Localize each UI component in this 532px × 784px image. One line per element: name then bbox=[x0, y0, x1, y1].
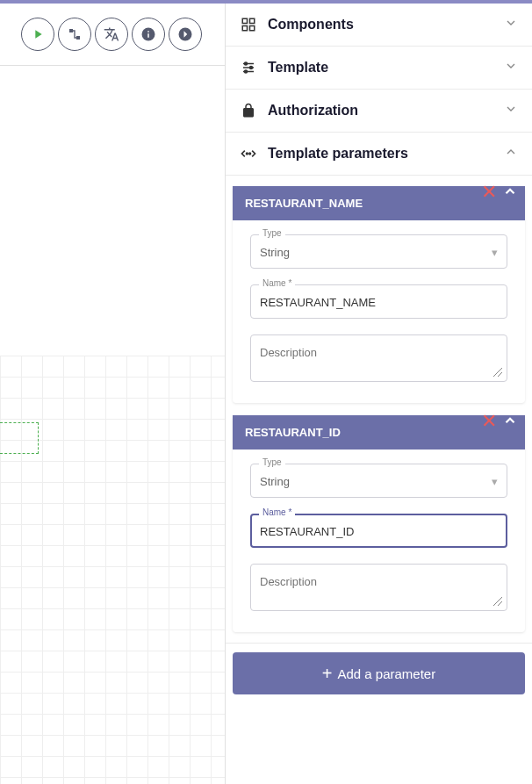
right-panel: Components Template Authorization bbox=[225, 4, 532, 784]
svg-rect-7 bbox=[250, 26, 255, 31]
type-select[interactable]: String ▾ bbox=[250, 464, 507, 498]
lock-icon bbox=[240, 102, 257, 119]
selection-outline bbox=[0, 422, 39, 454]
chevron-up-icon[interactable] bbox=[502, 413, 518, 431]
name-field: Name bbox=[250, 284, 507, 319]
field-label: Type bbox=[259, 228, 285, 238]
type-field: Type String ▾ bbox=[250, 234, 507, 269]
parameter-header-actions: ✕ bbox=[481, 412, 518, 431]
svg-rect-1 bbox=[76, 36, 80, 40]
parameter-card: RESTAURANT_NAME ✕ Type String ▾ bbox=[233, 186, 525, 403]
translate-button[interactable] bbox=[95, 18, 128, 51]
parameter-header-actions: ✕ bbox=[481, 183, 518, 202]
info-icon bbox=[140, 26, 156, 42]
svg-rect-5 bbox=[250, 18, 255, 23]
description-field bbox=[250, 334, 507, 385]
components-icon bbox=[240, 16, 257, 33]
code-params-icon bbox=[240, 145, 257, 162]
section-components[interactable]: Components bbox=[226, 4, 532, 47]
type-select[interactable]: String ▾ bbox=[250, 234, 507, 269]
section-label: Template parameters bbox=[268, 146, 493, 162]
run-button[interactable] bbox=[21, 18, 54, 51]
type-field: Type String ▾ bbox=[250, 464, 507, 498]
parameter-body: Type String ▾ Name bbox=[233, 220, 525, 403]
next-button[interactable] bbox=[169, 18, 202, 51]
structure-button[interactable] bbox=[58, 18, 91, 51]
description-input[interactable] bbox=[250, 334, 507, 382]
svg-point-13 bbox=[245, 70, 248, 73]
template-parameters-content: RESTAURANT_NAME ✕ Type String ▾ bbox=[226, 176, 532, 644]
arrow-right-circle-icon bbox=[177, 26, 193, 42]
type-value: String bbox=[260, 475, 290, 488]
chevron-down-icon bbox=[504, 102, 518, 119]
field-label: Type bbox=[259, 457, 285, 467]
svg-rect-0 bbox=[69, 29, 73, 32]
left-panel bbox=[0, 4, 225, 784]
section-label: Template bbox=[268, 60, 493, 76]
svg-rect-4 bbox=[242, 18, 247, 23]
main-container: Components Template Authorization bbox=[0, 4, 532, 784]
section-template-parameters[interactable]: Template parameters bbox=[226, 133, 532, 176]
add-parameter-button[interactable]: + Add a parameter bbox=[233, 652, 525, 694]
canvas-area[interactable] bbox=[0, 65, 225, 784]
parameter-card: RESTAURANT_ID ✕ Type String ▾ bbox=[233, 415, 525, 632]
add-button-container: + Add a parameter bbox=[226, 644, 532, 707]
chevron-up-icon[interactable] bbox=[502, 183, 518, 202]
name-input[interactable] bbox=[250, 514, 507, 548]
section-template[interactable]: Template bbox=[226, 47, 532, 90]
section-authorization[interactable]: Authorization bbox=[226, 90, 532, 133]
name-input[interactable] bbox=[250, 284, 507, 319]
type-value: String bbox=[260, 246, 290, 259]
field-label: Name bbox=[259, 507, 295, 517]
add-button-label: Add a parameter bbox=[337, 666, 435, 681]
description-input[interactable] bbox=[250, 564, 507, 611]
svg-point-15 bbox=[249, 153, 251, 155]
svg-point-14 bbox=[247, 153, 248, 155]
chevron-up-icon bbox=[504, 145, 518, 162]
translate-icon bbox=[104, 26, 119, 42]
section-label: Authorization bbox=[268, 103, 493, 119]
parameter-header[interactable]: RESTAURANT_NAME ✕ bbox=[233, 186, 525, 220]
description-field bbox=[250, 564, 507, 615]
name-field: Name bbox=[250, 514, 507, 548]
play-icon bbox=[31, 27, 45, 41]
field-label: Name bbox=[259, 278, 295, 288]
svg-rect-6 bbox=[242, 26, 247, 31]
caret-down-icon: ▾ bbox=[492, 246, 498, 259]
parameter-body: Type String ▾ Name bbox=[233, 450, 525, 632]
section-label: Components bbox=[268, 17, 493, 32]
svg-point-11 bbox=[245, 62, 248, 65]
parameter-header[interactable]: RESTAURANT_ID ✕ bbox=[233, 415, 525, 450]
close-icon[interactable]: ✕ bbox=[481, 412, 497, 431]
chevron-down-icon bbox=[504, 59, 518, 76]
template-icon bbox=[240, 59, 257, 76]
tree-icon bbox=[68, 27, 82, 41]
toolbar bbox=[0, 4, 225, 65]
caret-down-icon: ▾ bbox=[492, 475, 498, 488]
parameter-title: RESTAURANT_ID bbox=[245, 426, 513, 439]
plus-icon: + bbox=[322, 665, 333, 682]
close-icon[interactable]: ✕ bbox=[481, 183, 497, 202]
parameter-title: RESTAURANT_NAME bbox=[245, 197, 513, 210]
canvas-grid bbox=[0, 356, 225, 784]
chevron-down-icon bbox=[504, 16, 518, 33]
svg-point-12 bbox=[250, 67, 253, 69]
info-button[interactable] bbox=[132, 18, 165, 51]
